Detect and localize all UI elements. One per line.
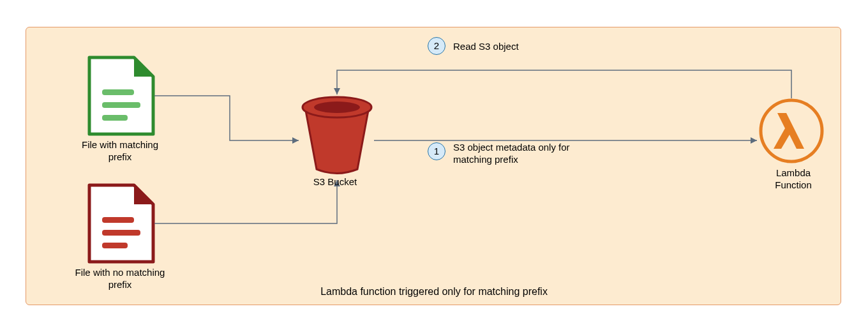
svg-rect-5 [102,243,128,248]
file-matching-label: File with matching prefix [69,139,171,163]
arrow-matching-to-s3 [154,96,299,140]
svg-rect-1 [102,102,140,108]
svg-rect-3 [102,217,134,223]
step-2-text: Read S3 object [453,41,600,53]
svg-point-7 [314,102,360,113]
arrow-lambda-to-s3 [337,70,791,98]
file-no-matching-icon [89,185,153,262]
step-2-badge: 2 [428,37,445,55]
s3-bucket-label: S3 Bucket [294,176,377,188]
step-1-text: S3 object metadata only for matching pre… [453,142,600,166]
lambda-label: Lambda Function [758,167,828,192]
s3-bucket-icon [303,97,371,174]
svg-rect-4 [102,230,140,236]
svg-rect-0 [102,89,134,95]
file-matching-icon [89,57,153,134]
svg-rect-2 [102,115,128,121]
step-1-badge: 1 [428,142,445,160]
diagram-stage: File with matching prefix File with no m… [0,0,868,332]
lambda-icon [761,100,822,162]
diagram-caption: Lambda function triggered only for match… [0,286,868,298]
